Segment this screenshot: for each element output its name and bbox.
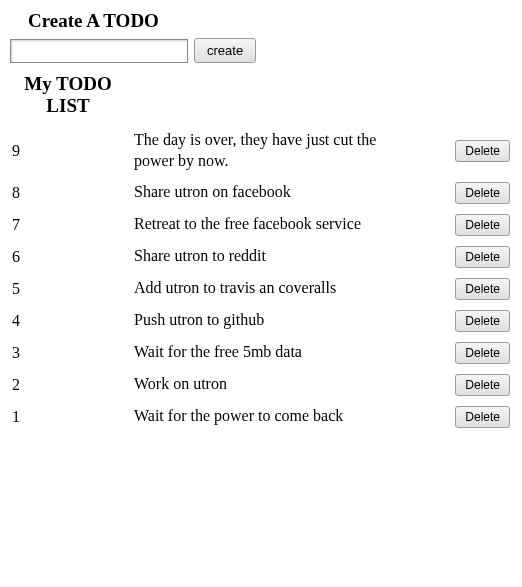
delete-button[interactable]: Delete xyxy=(455,278,510,300)
create-todo-heading: Create A TODO xyxy=(10,10,512,32)
table-row: 1Wait for the power to come backDelete xyxy=(10,401,512,433)
todo-body: Wait for the power to come back xyxy=(126,401,426,433)
todo-id: 1 xyxy=(10,401,126,433)
table-row: 4Push utron to githubDelete xyxy=(10,305,512,337)
todo-input[interactable] xyxy=(10,39,188,63)
todo-id: 6 xyxy=(10,241,126,273)
table-row: 6Share utron to redditDelete xyxy=(10,241,512,273)
table-row: 2Work on utronDelete xyxy=(10,369,512,401)
todo-id: 3 xyxy=(10,337,126,369)
table-row: 8Share utron on facebookDelete xyxy=(10,177,512,209)
delete-button[interactable]: Delete xyxy=(455,406,510,428)
todo-body: Add utron to travis an coveralls xyxy=(126,273,426,305)
delete-button[interactable]: Delete xyxy=(455,342,510,364)
delete-button[interactable]: Delete xyxy=(455,140,510,162)
todo-action-cell: Delete xyxy=(426,241,512,273)
todo-id: 2 xyxy=(10,369,126,401)
table-row: 3Wait for the free 5mb dataDelete xyxy=(10,337,512,369)
table-row: 9The day is over, they have just cut the… xyxy=(10,125,512,177)
todo-body: Wait for the free 5mb data xyxy=(126,337,426,369)
delete-button[interactable]: Delete xyxy=(455,246,510,268)
todo-body: Share utron on facebook xyxy=(126,177,426,209)
todo-list-heading: My TODO LIST xyxy=(10,71,126,125)
todo-body: Retreat to the free facebook service xyxy=(126,209,426,241)
todo-action-cell: Delete xyxy=(426,305,512,337)
todo-table: My TODO LIST 9The day is over, they have… xyxy=(10,71,512,433)
todo-id: 9 xyxy=(10,125,126,177)
todo-id: 8 xyxy=(10,177,126,209)
todo-action-cell: Delete xyxy=(426,337,512,369)
col-action-header xyxy=(426,71,512,125)
todo-action-cell: Delete xyxy=(426,273,512,305)
todo-action-cell: Delete xyxy=(426,125,512,177)
todo-action-cell: Delete xyxy=(426,401,512,433)
todo-body: Push utron to github xyxy=(126,305,426,337)
todo-action-cell: Delete xyxy=(426,177,512,209)
delete-button[interactable]: Delete xyxy=(455,214,510,236)
delete-button[interactable]: Delete xyxy=(455,374,510,396)
todo-action-cell: Delete xyxy=(426,209,512,241)
todo-body: Share utron to reddit xyxy=(126,241,426,273)
delete-button[interactable]: Delete xyxy=(455,182,510,204)
todo-id: 7 xyxy=(10,209,126,241)
create-button[interactable]: create xyxy=(194,38,256,63)
delete-button[interactable]: Delete xyxy=(455,310,510,332)
todo-id: 5 xyxy=(10,273,126,305)
todo-body: Work on utron xyxy=(126,369,426,401)
create-todo-form: create xyxy=(10,38,512,63)
col-body-header xyxy=(126,71,426,125)
todo-id: 4 xyxy=(10,305,126,337)
table-row: 5Add utron to travis an coverallsDelete xyxy=(10,273,512,305)
todo-action-cell: Delete xyxy=(426,369,512,401)
table-row: 7Retreat to the free facebook serviceDel… xyxy=(10,209,512,241)
todo-body: The day is over, they have just cut the … xyxy=(126,125,426,177)
